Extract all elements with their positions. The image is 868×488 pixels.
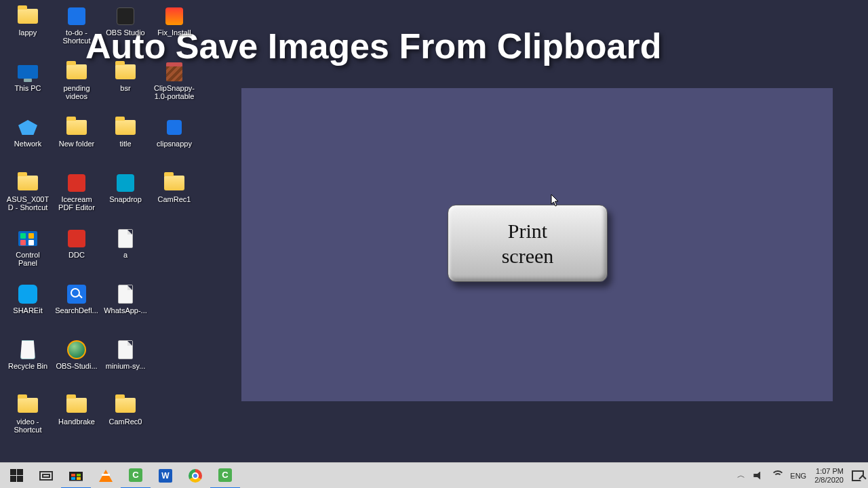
exe-blue-icon	[162, 117, 186, 138]
desktop-icon-label: Control Panel	[5, 251, 50, 267]
desktop-icon-label: This PC	[5, 84, 50, 92]
word-icon: W	[159, 469, 172, 483]
desktop-icon-lappy[interactable]: lappy	[4, 3, 52, 58]
blue-icon	[64, 5, 89, 27]
globe-icon	[64, 339, 89, 361]
desktop-icon-label: ASUS_X00TD - Shortcut	[5, 195, 50, 211]
share-icon	[16, 283, 40, 305]
folder-icon	[113, 394, 138, 416]
desktop-icon-title[interactable]: title	[102, 114, 149, 169]
desktop-icon-camrec1[interactable]: CamRec1	[151, 169, 198, 225]
taskbar-word[interactable]: W	[151, 463, 180, 489]
system-tray: ︿ ENG 1:07 PM 2/8/2020	[737, 467, 868, 484]
cp-icon	[16, 228, 40, 249]
bin-icon	[16, 339, 40, 361]
desktop-icon-handbrake[interactable]: Handbrake	[53, 392, 100, 447]
pc-icon	[16, 61, 40, 83]
desktop-icon-bsr[interactable]: bsr	[102, 58, 149, 114]
print-key-line1: Print	[508, 218, 547, 244]
desktop-icon-asus-x00td-shortcut[interactable]: ASUS_X00TD - Shortcut	[4, 169, 52, 225]
desktop-icon-label: pending videos	[54, 84, 99, 100]
desktop-icon-label: a	[103, 251, 148, 259]
taskbar-camtasia[interactable]: C	[121, 463, 151, 489]
camtasia-icon-2: C	[218, 468, 232, 482]
clock-date: 2/8/2020	[814, 476, 844, 485]
desktop-icon-label: DDC	[54, 251, 99, 259]
taskbar-camtasia-2[interactable]: C	[210, 463, 240, 489]
desktop-icon-clipsnappy[interactable]: clipsnappy	[151, 114, 198, 169]
action-center-icon[interactable]	[852, 470, 864, 481]
folder-icon	[16, 172, 40, 194]
rar-icon	[162, 61, 186, 83]
desktop-icon-icecream-pdf-editor[interactable]: Icecream PDF Editor	[53, 169, 100, 225]
desktop-icon-searchdefl-[interactable]: SearchDefl...	[53, 281, 100, 336]
desktop-icon-label: Icecream PDF Editor	[54, 195, 99, 211]
net-icon	[16, 117, 40, 138]
mouse-cursor-icon	[551, 194, 560, 207]
language-indicator[interactable]: ENG	[790, 472, 806, 480]
desktop-icon-label: CamRec1	[152, 195, 197, 203]
file-icon	[113, 339, 138, 361]
desktop-icon-grid: lappyto-do - ShortcutOBS StudioFix_Insta…	[4, 3, 198, 447]
desktop-icon-label: CamRec0	[103, 418, 148, 426]
folder-icon	[113, 61, 138, 83]
task-view-button[interactable]	[31, 463, 61, 489]
desktop-icon-shareit[interactable]: SHAREit	[4, 281, 52, 336]
desktop-icon-to-do-shortcut[interactable]: to-do - Shortcut	[53, 3, 100, 58]
desktop-icon-ddc[interactable]: DDC	[53, 225, 100, 281]
file-icon	[113, 228, 138, 249]
taskbar-store[interactable]	[61, 463, 91, 489]
desktop-icon-label: OBS Studio	[103, 28, 148, 37]
wifi-icon[interactable]	[771, 472, 782, 480]
desktop-icon-minium-sy-[interactable]: minium-sy...	[102, 336, 149, 392]
chrome-icon	[189, 469, 202, 483]
desktop-icon-clipsnappy-1-0-portable[interactable]: ClipSnappy-1.0-portable	[151, 58, 198, 114]
clock[interactable]: 1:07 PM 2/8/2020	[814, 467, 844, 484]
desktop-icon-obs-studio[interactable]: OBS Studio	[102, 3, 149, 58]
desktop-icon-label: minium-sy...	[103, 362, 148, 370]
desktop-icon-network[interactable]: Network	[4, 114, 52, 169]
red-icon	[64, 228, 89, 249]
folder-icon	[16, 5, 40, 27]
volume-icon[interactable]	[753, 472, 763, 480]
desktop-icon-recycle-bin[interactable]: Recycle Bin	[4, 336, 52, 392]
desktop-icon-label: title	[103, 140, 148, 148]
desktop-icon-label: SearchDefl...	[54, 306, 99, 314]
vlc-icon	[99, 470, 113, 482]
desktop-icon-control-panel[interactable]: Control Panel	[4, 225, 52, 281]
desktop-icon-new-folder[interactable]: New folder	[53, 114, 100, 169]
orange-icon	[162, 5, 186, 27]
taskbar-chrome[interactable]	[180, 463, 210, 489]
folder-icon	[64, 394, 89, 416]
desktop-icon-label: Handbrake	[54, 418, 99, 426]
desktop-icon-a[interactable]: a	[102, 225, 149, 281]
camtasia-icon: C	[129, 468, 142, 482]
desktop[interactable]: Auto Save Images From Clipboard lappyto-…	[0, 0, 868, 488]
clock-time: 1:07 PM	[816, 467, 844, 476]
desktop-icon-label: Recycle Bin	[5, 362, 50, 370]
windows-logo-icon	[10, 469, 23, 482]
desktop-icon-obs-studi-[interactable]: OBS-Studi...	[53, 336, 100, 392]
tray-overflow-icon[interactable]: ︿	[737, 470, 745, 481]
start-button[interactable]	[1, 463, 31, 489]
desktop-icon-snapdrop[interactable]: Snapdrop	[102, 169, 149, 225]
desktop-icon-this-pc[interactable]: This PC	[4, 58, 52, 114]
dark-icon	[113, 5, 138, 27]
desktop-icon-label: Network	[5, 140, 50, 148]
desktop-icon-whatsapp-[interactable]: WhatsApp-...	[102, 281, 149, 336]
folder-icon	[113, 117, 138, 138]
desktop-icon-label: ClipSnappy-1.0-portable	[152, 84, 197, 100]
desktop-icon-label: WhatsApp-...	[103, 306, 148, 314]
desktop-icon-label: clipsnappy	[152, 140, 197, 148]
print-key-line2: screen	[502, 243, 554, 269]
desktop-icon-video-shortcut[interactable]: video - Shortcut	[4, 392, 52, 447]
desktop-icon-label: New folder	[54, 140, 99, 148]
desktop-icon-label: Fix_Install	[152, 28, 197, 37]
desktop-icon-fix-install[interactable]: Fix_Install	[151, 3, 198, 58]
desktop-icon-camrec0[interactable]: CamRec0	[102, 392, 149, 447]
desktop-icon-label: to-do - Shortcut	[54, 28, 99, 45]
taskbar-vlc[interactable]	[91, 463, 121, 489]
task-view-icon	[39, 471, 53, 481]
desktop-icon-pending-videos[interactable]: pending videos	[53, 58, 100, 114]
print-screen-key[interactable]: Print screen	[448, 205, 608, 282]
